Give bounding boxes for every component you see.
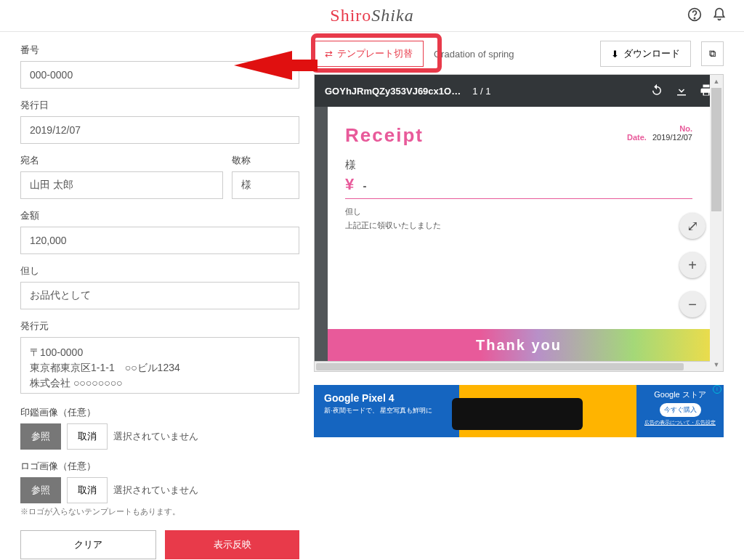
vertical-scrollbar[interactable]: ▲▼: [710, 75, 723, 371]
logo-image-label: ロゴ画像（任意）: [20, 460, 299, 473]
receipt-date-label: Date.: [627, 133, 647, 142]
yen-symbol: ¥: [345, 175, 354, 193]
honorific-label: 敬称: [232, 154, 299, 167]
logo-part1: Shiro: [330, 6, 371, 25]
stamp-browse-button[interactable]: 参照: [20, 423, 61, 450]
addressee-label: 宛名: [20, 154, 223, 167]
ad-links[interactable]: 広告の表示について・広告設定: [639, 419, 721, 426]
ad-banner[interactable]: Google Pixel 4 新·夜間モードで、 星空写真も鮮明に Google…: [314, 385, 724, 437]
number-input[interactable]: [20, 61, 299, 89]
template-switch-button[interactable]: ⇄ テンプレート切替: [314, 41, 424, 67]
receipt-no-label: No.: [627, 124, 692, 133]
app-logo: ShiroShika: [330, 6, 413, 25]
receipt-note2: 上記正に領収いたしました: [345, 220, 692, 231]
receipt-note1: 但し: [345, 206, 692, 217]
issuer-label: 発行元: [20, 320, 299, 333]
preview-panel: ⇄ テンプレート切替 Gradation of spring ⬇ ダウンロード …: [305, 32, 744, 560]
clear-button[interactable]: クリア: [20, 530, 156, 559]
pdf-filename: GOYhJRmQZy353VJ69cx1O…: [325, 86, 461, 97]
ad-headline: Google Pixel 4: [324, 392, 449, 404]
download-icon: ⬇: [611, 49, 619, 60]
stamp-filename: 選択されていません: [113, 430, 198, 443]
logo-filename: 選択されていません: [113, 484, 198, 497]
fit-button[interactable]: ⤢: [679, 213, 705, 239]
copy-button[interactable]: ⧉: [701, 41, 724, 66]
proviso-input[interactable]: [20, 282, 299, 309]
logo-browse-button[interactable]: 参照: [20, 477, 61, 503]
app-header: ShiroShika: [0, 0, 744, 32]
template-switch-label: テンプレート切替: [337, 47, 413, 60]
ad-cta-button[interactable]: 今すぐ購入: [660, 403, 701, 417]
proviso-label: 但し: [20, 264, 299, 277]
rotate-icon[interactable]: [650, 84, 663, 99]
pdf-toolbar: GOYhJRmQZy353VJ69cx1O… 1 / 1: [315, 75, 723, 107]
stamp-cancel-button[interactable]: 取消: [67, 423, 108, 450]
pdf-page-indicator: 1 / 1: [472, 86, 490, 97]
form-panel: 番号 発行日 宛名 敬称 金額 但し 発行元: [0, 32, 305, 560]
receipt-sama: 様: [345, 158, 692, 172]
receipt-date-value: 2019/12/07: [652, 133, 692, 142]
ad-info-icon[interactable]: i: [713, 385, 721, 394]
thank-you-band: Thank you: [328, 329, 710, 361]
zoom-in-button[interactable]: +: [679, 252, 705, 278]
copy-icon: ⧉: [709, 48, 716, 59]
addressee-input[interactable]: [20, 171, 223, 199]
apply-button[interactable]: 表示反映: [165, 530, 299, 559]
amount-input[interactable]: [20, 227, 299, 254]
pdf-preview: GOYhJRmQZy353VJ69cx1O… 1 / 1 Receipt No.…: [314, 74, 724, 372]
logo-cancel-button[interactable]: 取消: [67, 477, 108, 503]
amount-dash: -: [363, 179, 366, 192]
download-label: ダウンロード: [623, 47, 680, 60]
bell-icon[interactable]: [712, 7, 727, 24]
receipt-page: Receipt No. Date.2019/12/07 様 ¥ - 但し 上記正…: [328, 107, 710, 361]
logo-hint: ※ロゴが入らないテンプレートもあります。: [20, 506, 299, 517]
number-label: 番号: [20, 44, 299, 57]
ad-store-label: Google ストア: [639, 389, 721, 400]
date-label: 発行日: [20, 99, 299, 112]
receipt-title: Receipt: [345, 124, 424, 147]
zoom-out-button[interactable]: −: [679, 291, 705, 317]
logo-part2: Shika: [371, 6, 413, 25]
amount-label: 金額: [20, 209, 299, 222]
stamp-label: 印鑑画像（任意）: [20, 406, 299, 419]
ad-subtext: 新·夜間モードで、 星空写真も鮮明に: [324, 407, 449, 415]
help-icon[interactable]: [687, 7, 702, 24]
horizontal-scrollbar[interactable]: [315, 361, 723, 371]
ad-phone-image: [452, 398, 583, 430]
issuer-textarea[interactable]: [20, 337, 299, 394]
swap-icon: ⇄: [325, 49, 333, 60]
honorific-input[interactable]: [232, 171, 299, 199]
pdf-download-icon[interactable]: [675, 84, 688, 99]
svg-point-1: [694, 17, 695, 18]
date-input[interactable]: [20, 116, 299, 144]
template-name: Gradation of spring: [434, 49, 514, 60]
download-button[interactable]: ⬇ ダウンロード: [600, 41, 691, 67]
receipt-line: [345, 198, 692, 199]
